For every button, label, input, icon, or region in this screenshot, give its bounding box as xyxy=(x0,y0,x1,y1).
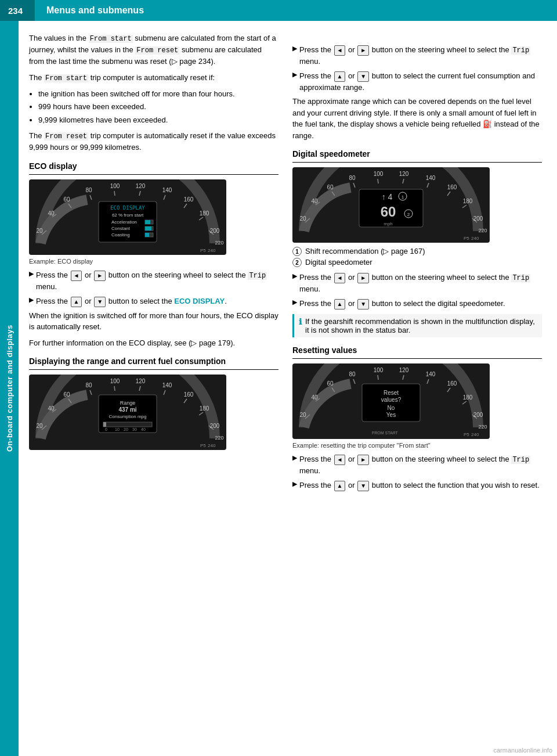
header-title: Menus and submenus xyxy=(35,5,144,16)
range-bullet-2-text: Press the ▲ or ▼ button to select the cu… xyxy=(299,70,542,93)
svg-text:P5: P5 xyxy=(200,443,206,448)
svg-text:P5: P5 xyxy=(464,432,469,437)
svg-text:120: 120 xyxy=(136,183,146,189)
digital-bullet-2: ▶ Press the ▲ or ▼ button to select the … xyxy=(292,298,542,309)
btn-right-4: ► xyxy=(357,455,369,465)
svg-text:100: 100 xyxy=(110,378,120,384)
btn-down-4: ▼ xyxy=(357,481,369,491)
from-reset-mono-2: From reset xyxy=(44,132,88,141)
callout-num-2: 2 xyxy=(292,258,302,267)
svg-text:Constant: Constant xyxy=(111,226,131,231)
svg-text:20: 20 xyxy=(124,427,128,431)
eco-display-ref: ECO DISPLAY xyxy=(174,297,225,305)
info-note-text: If the gearshift recommendation is shown… xyxy=(305,317,537,334)
svg-text:20: 20 xyxy=(36,228,43,234)
header-bar: 234 Menus and submenus xyxy=(0,0,557,21)
svg-text:No: No xyxy=(388,405,395,411)
range-bullet-1-text: Press the ◄ or ► button on the steering … xyxy=(299,44,542,67)
svg-text:80: 80 xyxy=(349,175,356,181)
svg-text:Consumption mpg: Consumption mpg xyxy=(109,414,147,419)
svg-text:60: 60 xyxy=(327,184,334,190)
main-content: On-board computer and displays The value… xyxy=(0,21,557,756)
range-bullet-1: ▶ Press the ◄ or ► button on the steerin… xyxy=(292,44,542,67)
btn-left-4: ◄ xyxy=(334,455,346,465)
svg-text:60: 60 xyxy=(63,196,70,203)
digital-bullet-1: ▶ Press the ◄ or ► button on the steerin… xyxy=(292,272,542,295)
btn-up-4: ▲ xyxy=(334,481,346,491)
arrow-icon-6: ▶ xyxy=(292,298,297,306)
digital-bullet-2-text: Press the ▲ or ▼ button to select the di… xyxy=(299,298,542,309)
svg-text:160: 160 xyxy=(447,184,457,190)
eco-gauge-svg: 20 40 60 80 100 120 140 160 180 200 220 … xyxy=(29,179,226,255)
callout-2-text: Digital speedometer xyxy=(305,258,372,267)
btn-down-2: ▼ xyxy=(357,71,369,82)
range-bullet-2: ▶ Press the ▲ or ▼ button to select the … xyxy=(292,70,542,93)
svg-text:1: 1 xyxy=(402,195,404,200)
reset-caption: Example: resetting the trip computer "Fr… xyxy=(292,441,542,451)
range-fuel-heading: Displaying the range and current fuel co… xyxy=(29,357,278,366)
btn-up-2: ▲ xyxy=(334,71,346,82)
page-wrapper: 234 Menus and submenus On-board computer… xyxy=(0,0,557,756)
bullet-item-2: 999 hours have been exceeded. xyxy=(38,101,278,113)
svg-text:180: 180 xyxy=(463,198,473,204)
info-icon: ℹ xyxy=(299,317,302,326)
svg-text:80: 80 xyxy=(349,371,356,377)
svg-text:140: 140 xyxy=(162,382,172,388)
svg-text:140: 140 xyxy=(426,371,436,377)
svg-text:20: 20 xyxy=(36,423,43,429)
svg-line-41 xyxy=(114,386,115,391)
btn-right-3: ► xyxy=(357,273,369,283)
svg-text:200: 200 xyxy=(473,215,483,222)
digital-divider xyxy=(292,162,542,163)
svg-text:values?: values? xyxy=(381,397,402,403)
callout-1: 1 Shift recommendation (▷ page 167) xyxy=(292,247,542,256)
bullet-item-1: the ignition has been switched off for m… xyxy=(38,88,278,100)
btn-down-3: ▼ xyxy=(357,299,369,309)
svg-text:180: 180 xyxy=(200,405,209,412)
svg-text:Coasting: Coasting xyxy=(111,232,130,237)
svg-text:200: 200 xyxy=(473,412,483,418)
from-start-mono-1: From start xyxy=(89,35,133,43)
svg-text:200: 200 xyxy=(210,423,220,429)
svg-rect-62 xyxy=(103,422,152,427)
svg-text:160: 160 xyxy=(447,380,457,387)
range-bullets-top: ▶ Press the ◄ or ► button on the steerin… xyxy=(292,44,542,141)
resetting-divider xyxy=(292,358,542,359)
svg-text:P5: P5 xyxy=(200,248,206,253)
content-area: The values in the From start submenu are… xyxy=(19,21,557,756)
svg-text:240: 240 xyxy=(208,248,216,253)
watermark: carmanualonline.info xyxy=(489,744,557,756)
svg-rect-27 xyxy=(145,220,150,224)
reset-bullet-1: ▶ Press the ◄ or ► button on the steerin… xyxy=(292,453,542,477)
intro-p2: The From start trip computer is automati… xyxy=(29,72,278,84)
intro-p1: The values in the From start submenu are… xyxy=(29,33,278,67)
right-column: ▶ Press the ◄ or ► button on the steerin… xyxy=(292,33,542,744)
svg-text:mph: mph xyxy=(384,221,393,226)
eco-note-2: For further information on the ECO displ… xyxy=(29,337,278,349)
svg-text:60: 60 xyxy=(327,380,334,387)
reset-gauge-svg: 20 40 60 80 100 120 140 160 180 200 220 … xyxy=(292,363,490,439)
digital-gauge-svg: 20 40 60 80 100 120 140 160 180 200 220 xyxy=(292,167,490,243)
eco-bullet-2: ▶ Press the ▲ or ▼ button to select the … xyxy=(29,296,278,307)
svg-text:Yes: Yes xyxy=(386,412,396,418)
svg-text:40: 40 xyxy=(311,394,318,401)
svg-text:60: 60 xyxy=(63,391,70,398)
svg-text:Acceleration: Acceleration xyxy=(111,219,137,225)
svg-text:Reset: Reset xyxy=(384,390,399,396)
svg-text:220: 220 xyxy=(215,435,223,441)
svg-text:140: 140 xyxy=(162,187,172,193)
info-note-gearshift: ℹ If the gearshift recommendation is sho… xyxy=(292,314,542,337)
svg-text:100: 100 xyxy=(110,183,120,189)
svg-text:20: 20 xyxy=(299,412,306,418)
callout-num-1: 1 xyxy=(292,247,302,256)
svg-text:40: 40 xyxy=(141,427,146,431)
btn-down-1: ▼ xyxy=(94,297,106,307)
range-gauge-container: 20 40 60 80 100 120 140 160 180 200 220 … xyxy=(29,375,226,452)
callout-2: 2 Digital speedometer xyxy=(292,258,542,267)
from-start-mono-2: From start xyxy=(44,74,88,82)
svg-rect-30 xyxy=(145,226,151,231)
eco-bullet-1-text: Press the ◄ or ► button on the steering … xyxy=(36,269,278,293)
svg-text:220: 220 xyxy=(215,240,223,246)
btn-up-1: ▲ xyxy=(71,297,82,307)
bullet-list-reset: the ignition has been switched off for m… xyxy=(38,88,278,126)
